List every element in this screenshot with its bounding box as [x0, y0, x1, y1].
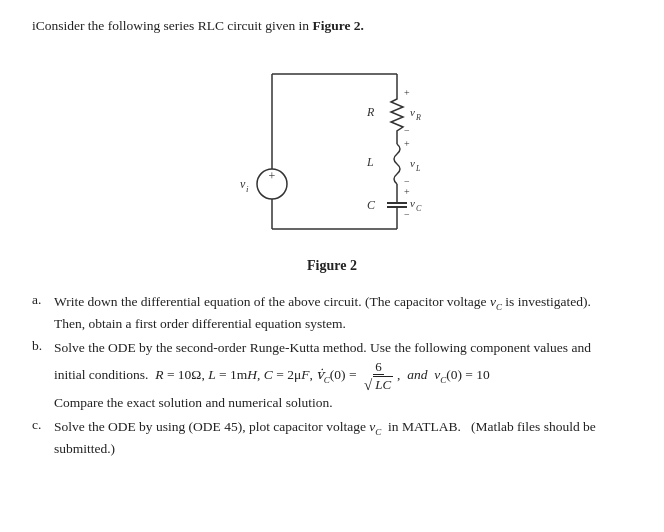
- circuit-diagram: + v i R + − v R L + − v L: [212, 44, 452, 254]
- q-b-line3: Compare the exact solution and numerical…: [54, 393, 591, 413]
- q-c-text: Solve the ODE by using (ODE 45), plot ca…: [54, 417, 596, 459]
- questions-section: a. Write down the differential equation …: [32, 292, 632, 459]
- r-label: R: [366, 105, 375, 119]
- vl-plus: +: [404, 138, 410, 149]
- q-a-text: Write down the differential equation of …: [54, 292, 591, 334]
- q-c-label: c.: [32, 417, 54, 433]
- q-a-line2: Then, obtain a first order differential …: [54, 314, 591, 334]
- l-label: L: [366, 155, 374, 169]
- vl-label: v: [410, 157, 415, 169]
- vr-subscript: R: [415, 113, 421, 122]
- vl-subscript: L: [415, 164, 421, 173]
- resistor-symbol: [391, 94, 403, 134]
- fraction-num: 6: [373, 359, 384, 376]
- vc-label: v: [410, 197, 415, 209]
- source-plus: +: [269, 169, 276, 183]
- question-a: a. Write down the differential equation …: [32, 292, 632, 334]
- q-c-line2: submitted.): [54, 439, 596, 459]
- vc-subscript: C: [416, 204, 422, 213]
- vr-plus: +: [404, 87, 410, 98]
- vr-label: v: [410, 106, 415, 118]
- q-c-line1: Solve the ODE by using (ODE 45), plot ca…: [54, 419, 596, 434]
- vi-subscript: i: [246, 184, 249, 194]
- vr-minus: −: [404, 125, 410, 136]
- intro-text: iConsider the following series RLC circu…: [32, 18, 632, 34]
- vc-minus: −: [404, 209, 410, 220]
- q-a-label: a.: [32, 292, 54, 308]
- q-b-line2: initial conditions. R = 10Ω, L = 1mH, C …: [54, 359, 591, 393]
- q-a-line1: Write down the differential equation of …: [54, 294, 591, 309]
- fraction-den: √ LC: [362, 375, 395, 392]
- q-b-text: Solve the ODE by the second-order Runge-…: [54, 338, 591, 412]
- q-b-line1: Solve the ODE by the second-order Runge-…: [54, 340, 591, 355]
- question-b: b. Solve the ODE by the second-order Run…: [32, 338, 632, 412]
- inductor-symbol: [394, 144, 400, 184]
- q-b-label: b.: [32, 338, 54, 354]
- circuit-area: + v i R + − v R L + − v L: [32, 44, 632, 286]
- c-label: C: [367, 198, 376, 212]
- intro-bold: Figure 2.: [312, 18, 364, 33]
- question-c: c. Solve the ODE by using (ODE 45), plot…: [32, 417, 632, 459]
- vc-plus: +: [404, 186, 410, 197]
- page: iConsider the following series RLC circu…: [0, 0, 664, 532]
- intro-plain: iConsider the following series RLC circu…: [32, 18, 312, 33]
- figure-label: Figure 2: [307, 258, 357, 274]
